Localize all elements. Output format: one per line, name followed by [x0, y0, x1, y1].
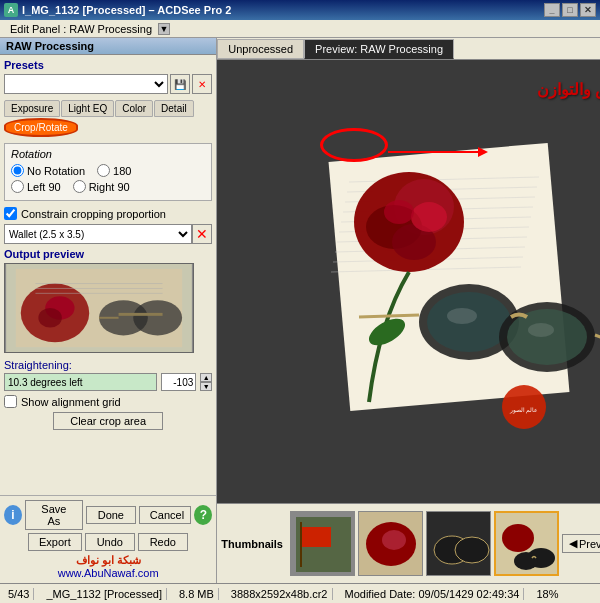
delete-crop-button[interactable]: ✕: [192, 224, 212, 244]
panel-title: RAW Processing: [6, 40, 94, 52]
radio-no-rotation[interactable]: No Rotation: [11, 164, 85, 177]
radio-row-2: Left 90 Right 90: [11, 180, 205, 193]
thumbnail-1[interactable]: [290, 511, 355, 576]
panel-header: RAW Processing: [0, 38, 216, 55]
redo-button[interactable]: Redo: [138, 533, 188, 551]
straighten-row: ▲ ▼: [4, 373, 212, 391]
cancel-button[interactable]: Cancel: [139, 506, 192, 524]
export-button[interactable]: Export: [28, 533, 82, 551]
thumbnails-label: Thumbnails: [221, 538, 283, 550]
tab-preview-raw[interactable]: Preview: RAW Processing: [304, 39, 454, 59]
status-filename: _MG_1132 [Processed]: [42, 588, 167, 600]
watermark-text: شبكة ابو نواف: [4, 554, 212, 567]
arabic-annotation: قائمة القص والتوازن: [537, 80, 600, 99]
edit-panel-menu[interactable]: Edit Panel : RAW Processing: [4, 21, 158, 37]
output-preview-label: Output preview: [4, 248, 212, 260]
thumbnail-2[interactable]: [358, 511, 423, 576]
panel-drop-arrow[interactable]: ▼: [158, 23, 170, 35]
svg-rect-45: [301, 527, 331, 547]
bottom-area: i Save As Done Cancel ? Export Undo Redo…: [0, 495, 216, 583]
tab-exposure[interactable]: Exposure: [4, 100, 60, 117]
svg-text:عالم الصور: عالم الصور: [509, 407, 539, 414]
thumb1-svg: [291, 512, 355, 576]
svg-point-29: [384, 200, 414, 224]
svg-point-49: [382, 530, 406, 550]
presets-row: 💾 ✕: [4, 74, 212, 94]
spin-buttons: ▲ ▼: [200, 373, 212, 391]
constrain-checkbox[interactable]: [4, 207, 17, 220]
crop-dropdown[interactable]: Wallet (2.5 x 3.5): [4, 224, 192, 244]
tabs-row: Exposure Light EQ Color Detail Crop/Rota…: [4, 100, 212, 137]
window-controls[interactable]: _ □ ✕: [544, 3, 596, 17]
tab-color[interactable]: Color: [115, 100, 153, 117]
constrain-label: Constrain cropping proportion: [21, 208, 166, 220]
action-row-2: Export Undo Redo: [4, 533, 212, 551]
svg-point-34: [507, 309, 587, 365]
thumb2-svg: [359, 512, 423, 576]
save-as-button[interactable]: Save As: [25, 500, 83, 530]
thumbnail-4[interactable]: [494, 511, 559, 576]
svg-point-38: [528, 323, 554, 337]
svg-rect-13: [329, 142, 570, 410]
radio-left90[interactable]: Left 90: [11, 180, 61, 193]
svg-point-37: [447, 308, 477, 324]
straightening-num-input[interactable]: [161, 373, 196, 391]
alignment-checkbox[interactable]: [4, 395, 17, 408]
previous-button[interactable]: ◀ Previous: [562, 534, 600, 553]
right-tabs: Unprocessed Preview: RAW Processing: [217, 38, 600, 60]
help-icon[interactable]: ?: [194, 505, 212, 525]
svg-point-54: [502, 524, 534, 552]
menu-bar: Edit Panel : RAW Processing ▼: [0, 20, 600, 38]
watermark-url: www.AbuNawaf.com: [4, 567, 212, 579]
app-icon: A: [4, 3, 18, 17]
close-button[interactable]: ✕: [580, 3, 596, 17]
rotation-box: Rotation No Rotation 180 Left 90 Right 9…: [4, 143, 212, 201]
status-bar: 5/43 _MG_1132 [Processed] 8.8 MB 3888x25…: [0, 583, 600, 603]
thumb4-svg: [496, 513, 559, 576]
crop-row: Wallet (2.5 x 3.5) ✕: [4, 224, 212, 244]
alignment-row: Show alignment grid: [4, 395, 212, 408]
status-zoom: 18%: [532, 588, 562, 600]
straightening-input[interactable]: [4, 373, 157, 391]
constrain-row: Constrain cropping proportion: [4, 207, 212, 220]
status-modified: Modified Date: 09/05/1429 02:49:34: [341, 588, 525, 600]
straightening-label: Straightening:: [4, 359, 212, 371]
svg-point-56: [514, 552, 538, 570]
thumbnails-bar: Thumbnails: [217, 503, 600, 583]
left-panel: RAW Processing Presets 💾 ✕ Exposure Ligh…: [0, 38, 217, 583]
done-button[interactable]: Done: [86, 506, 136, 524]
tab-unprocessed[interactable]: Unprocessed: [217, 39, 304, 59]
presets-dropdown[interactable]: [4, 74, 168, 94]
save-preset-button[interactable]: 💾: [170, 74, 190, 94]
thumb3-svg: [427, 512, 491, 576]
spin-down-button[interactable]: ▼: [200, 382, 212, 391]
tab-lighteq[interactable]: Light EQ: [61, 100, 114, 117]
svg-point-4: [38, 308, 61, 328]
action-row-1: i Save As Done Cancel ?: [4, 500, 212, 530]
spin-up-button[interactable]: ▲: [200, 373, 212, 382]
status-index: 5/43: [4, 588, 34, 600]
clear-crop-button[interactable]: Clear crop area: [53, 412, 163, 430]
presets-label: Presets: [4, 59, 212, 71]
svg-line-35: [359, 315, 419, 317]
tab-detail[interactable]: Detail: [154, 100, 194, 117]
rotation-title: Rotation: [11, 148, 205, 160]
undo-button[interactable]: Undo: [85, 533, 135, 551]
radio-right90[interactable]: Right 90: [73, 180, 130, 193]
title-bar: A I_MG_1132 [Processed] – ACDSee Pro 2 _…: [0, 0, 600, 20]
delete-preset-button[interactable]: ✕: [192, 74, 212, 94]
main-layout: RAW Processing Presets 💾 ✕ Exposure Ligh…: [0, 38, 600, 583]
panel-content: Presets 💾 ✕ Exposure Light EQ Color Deta…: [0, 55, 216, 495]
maximize-button[interactable]: □: [562, 3, 578, 17]
minimize-button[interactable]: _: [544, 3, 560, 17]
output-preview-image: [4, 263, 194, 353]
preview-svg: [5, 264, 193, 352]
svg-point-52: [455, 537, 489, 563]
info-icon[interactable]: i: [4, 505, 22, 525]
right-panel: Unprocessed Preview: RAW Processing: [217, 38, 600, 583]
thumbnail-3[interactable]: [426, 511, 491, 576]
main-image-svg: عالم الصور: [279, 122, 600, 442]
radio-180[interactable]: 180: [97, 164, 131, 177]
previous-arrow-icon: ◀: [569, 537, 577, 550]
tab-crop-rotate[interactable]: Crop/Rotate: [4, 118, 78, 137]
